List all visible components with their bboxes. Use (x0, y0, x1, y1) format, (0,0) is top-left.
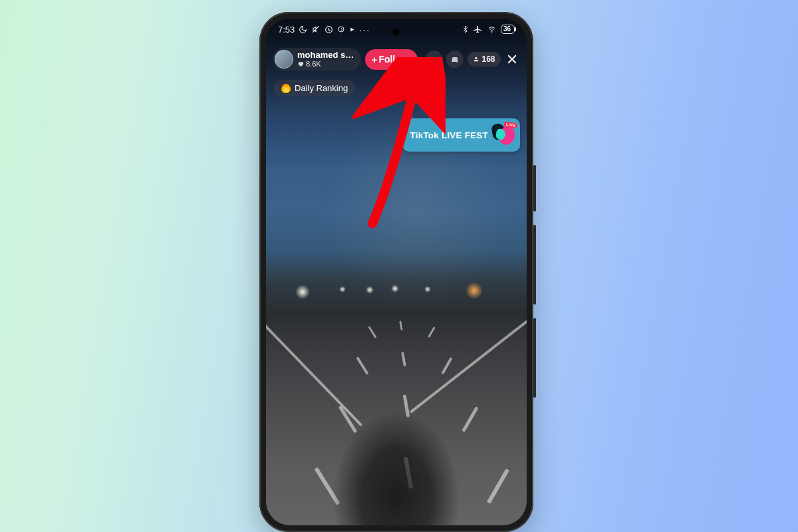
bluetooth-icon (462, 25, 469, 34)
battery-level: 36 (503, 26, 511, 33)
streamer-chip[interactable]: mohamed sa… 8.6K (273, 48, 361, 70)
headlight-glow (391, 285, 399, 293)
live-header: mohamed sa… 8.6K + Follow (273, 48, 520, 70)
streamer-name: mohamed sa… (297, 51, 357, 60)
phone-volume-up (533, 225, 536, 305)
fire-icon (281, 83, 291, 93)
plus-icon: + (372, 54, 378, 65)
headlight-glow (339, 286, 346, 293)
lane-marking (428, 327, 436, 338)
wifi-icon (487, 25, 497, 33)
svg-point-2 (491, 32, 492, 33)
road-edge-line (266, 305, 362, 427)
lane-marking (462, 406, 478, 432)
lane-marking (441, 357, 452, 374)
status-bar: 7:53 ··· (266, 19, 527, 40)
ranking-label: Daily Ranking (295, 83, 348, 93)
lane-marking (356, 356, 368, 375)
more-notifications-icon: ··· (359, 25, 370, 35)
lane-marking (401, 352, 406, 366)
follow-button[interactable]: + Follow (365, 49, 418, 70)
tiktok-live-fest-banner[interactable]: TikTok LIVE FEST LIVE (402, 118, 520, 152)
battery-indicator: 36 (501, 25, 515, 34)
dnd-moon-icon (299, 25, 307, 34)
lane-marking (368, 326, 376, 338)
status-time: 7:53 (278, 25, 295, 35)
phone-volume-down (533, 318, 536, 398)
likes-count: 8.6K (306, 60, 321, 68)
screen: 7:53 ··· (266, 19, 527, 525)
play-icon (349, 27, 355, 33)
road-edge-line (410, 305, 527, 413)
sync-icon (337, 25, 345, 33)
daily-ranking-chip[interactable]: Daily Ranking (274, 80, 355, 96)
phone-frame: 7:53 ··· (259, 12, 533, 532)
headlight-glow (424, 286, 431, 293)
lane-marking (487, 468, 509, 503)
svg-point-3 (475, 57, 477, 59)
fest-label: TikTok LIVE FEST (410, 130, 488, 140)
lane-marking (399, 321, 402, 330)
person-icon (473, 56, 479, 63)
heart-icon (297, 61, 304, 67)
guest-seat-1[interactable] (426, 51, 442, 68)
mute-icon (311, 25, 321, 34)
guest-seat-2[interactable] (446, 51, 463, 68)
whatsapp-icon (325, 25, 333, 34)
headlight-glow (466, 282, 483, 299)
headlight-glow (366, 286, 374, 294)
close-button[interactable] (505, 51, 520, 67)
svg-point-1 (338, 27, 344, 32)
viewer-count: 168 (482, 55, 495, 64)
phone-side-button (533, 165, 536, 211)
headlight-glow (295, 285, 310, 299)
avatar (275, 50, 293, 68)
airplane-mode-icon (473, 25, 483, 34)
viewer-count-chip[interactable]: 168 (467, 52, 501, 66)
follow-label: Follow (378, 54, 408, 65)
fest-artwork-icon: LIVE (492, 124, 515, 146)
